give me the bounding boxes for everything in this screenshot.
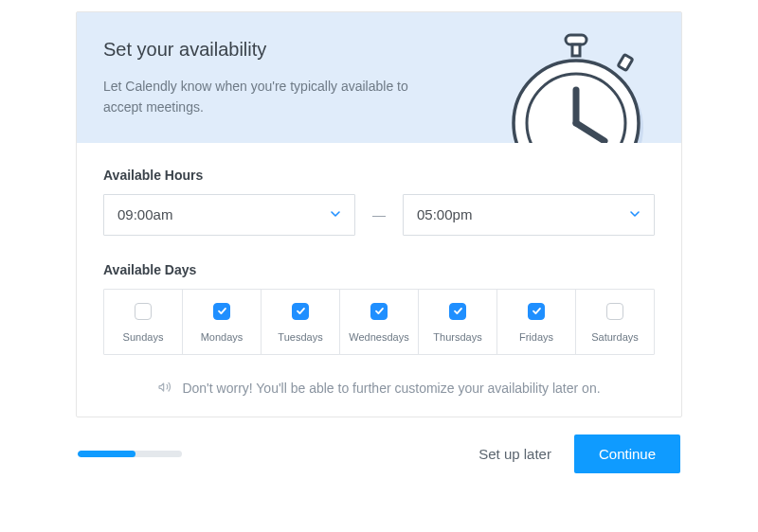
day-cell[interactable]: Wednesdays [340,290,419,354]
availability-card: Set your availability Let Calendly know … [76,11,682,417]
day-label: Wednesdays [349,331,408,343]
hours-from-select[interactable]: 09:00am [103,194,355,236]
progress-fill [78,451,135,457]
hours-from-value: 09:00am [117,206,172,222]
footer-actions: Set up later Continue [478,434,680,473]
day-checkbox[interactable] [370,303,388,320]
day-cell[interactable]: Saturdays [576,290,654,354]
day-cell[interactable]: Thursdays [419,290,497,354]
day-checkbox[interactable] [449,303,466,320]
card-body: Available Hours 09:00am — 05:00pm Availa… [77,143,681,417]
day-label: Mondays [201,331,244,343]
day-checkbox[interactable] [606,303,623,320]
day-label: Saturdays [591,331,639,343]
day-checkbox[interactable] [213,303,230,320]
stopwatch-icon [497,31,659,143]
svg-rect-1 [572,44,580,56]
hint-row: Don't worry! You'll be able to further c… [103,380,655,398]
day-cell[interactable]: Sundays [104,290,183,354]
day-checkbox[interactable] [292,303,309,320]
hours-to-value: 05:00pm [417,206,472,222]
day-label: Thursdays [433,331,481,343]
hours-to-select[interactable]: 05:00pm [403,194,655,236]
day-label: Tuesdays [278,331,322,343]
days-grid: SundaysMondaysTuesdaysWednesdaysThursday… [103,289,655,355]
day-cell[interactable]: Tuesdays [262,290,340,354]
set-up-later-button[interactable]: Set up later [478,446,551,462]
day-label: Sundays [123,331,164,343]
header-subtitle: Let Calendly know when you're typically … [103,76,425,118]
days-label: Available Days [103,262,655,277]
day-label: Fridays [519,331,553,343]
day-cell[interactable]: Fridays [497,290,576,354]
chevron-down-icon [629,206,641,222]
footer: Set up later Continue [76,434,682,473]
hours-separator: — [372,207,386,222]
hours-row: 09:00am — 05:00pm [103,194,655,236]
hint-text: Don't worry! You'll be able to further c… [182,381,600,396]
continue-button[interactable]: Continue [574,434,680,473]
day-checkbox[interactable] [528,303,545,320]
card-header: Set your availability Let Calendly know … [77,12,681,143]
day-checkbox[interactable] [135,303,152,320]
hours-label: Available Hours [103,168,655,183]
svg-rect-2 [618,54,633,70]
megaphone-icon [157,380,172,398]
chevron-down-icon [330,206,341,222]
day-cell[interactable]: Mondays [183,290,262,354]
progress-bar [78,451,182,457]
